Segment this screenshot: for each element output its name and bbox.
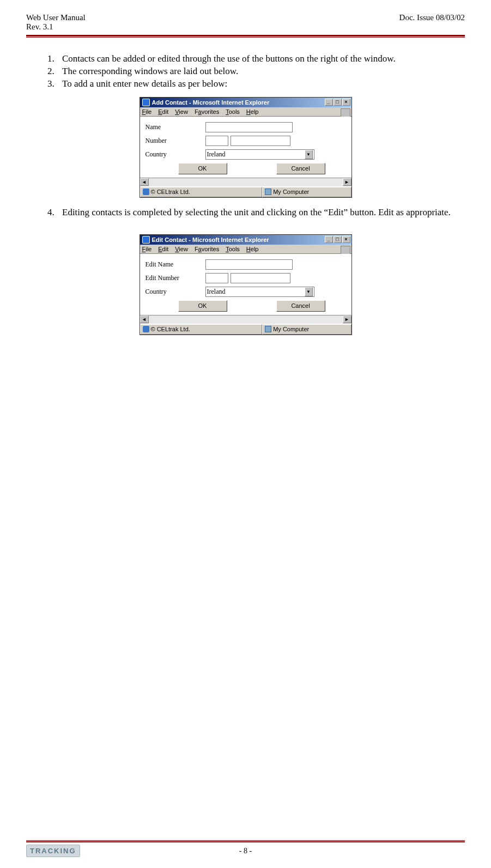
figure-add-contact: Add Contact - Microsoft Internet Explore… — [31, 97, 460, 198]
menubar: File Edit View Favorites Tools Help — [140, 245, 351, 254]
list-item: Contacts can be added or edited through … — [57, 53, 460, 65]
header-doc-issue: Doc. Issue 08/03/02 — [399, 13, 465, 22]
menu-favorites[interactable]: Favorites — [195, 108, 219, 115]
ie-icon — [142, 236, 150, 244]
scroll-track[interactable] — [149, 178, 343, 186]
edit-name-input[interactable] — [205, 259, 293, 270]
cancel-button[interactable]: Cancel — [276, 300, 325, 312]
menu-view[interactable]: View — [175, 108, 188, 115]
titlebar: Add Contact - Microsoft Internet Explore… — [140, 98, 351, 107]
label-edit-number: Edit Number — [146, 274, 205, 282]
figure-edit-contact: Edit Contact - Microsoft Internet Explor… — [31, 234, 460, 335]
status-icon — [143, 326, 149, 332]
number-input[interactable] — [231, 136, 290, 146]
status-icon — [143, 189, 149, 195]
statusbar: © CELtrak Ltd. My Computer — [140, 324, 351, 335]
ok-button[interactable]: OK — [178, 300, 227, 312]
list-item: Editing contacts is completed by selecti… — [57, 207, 460, 219]
toolbar-grip — [341, 108, 350, 117]
add-contact-window: Add Contact - Microsoft Internet Explore… — [140, 97, 352, 198]
minimize-button[interactable]: _ — [325, 236, 333, 243]
menu-help[interactable]: Help — [246, 108, 259, 115]
horizontal-scrollbar[interactable]: ◄ ► — [140, 178, 351, 186]
status-text-right: My Computer — [273, 189, 309, 195]
footer-rule — [26, 840, 465, 842]
edit-number-input[interactable] — [231, 273, 290, 283]
menu-edit[interactable]: Edit — [158, 108, 168, 115]
close-button[interactable]: × — [342, 236, 350, 243]
menu-tools[interactable]: Tools — [226, 246, 240, 252]
ok-button[interactable]: OK — [178, 163, 227, 174]
page-footer: TRACKING - 8 - — [26, 840, 465, 857]
statusbar: © CELtrak Ltd. My Computer — [140, 186, 351, 197]
instruction-list-continued: Editing contacts is completed by selecti… — [31, 207, 460, 219]
menu-tools[interactable]: Tools — [226, 108, 240, 115]
form-area: Name Number Country Ireland ▼ — [140, 117, 351, 178]
header-revision: Rev. 3.1 — [26, 22, 86, 32]
dropdown-arrow-icon: ▼ — [305, 150, 313, 159]
menu-edit[interactable]: Edit — [158, 246, 168, 252]
status-text-left: © CELtrak Ltd. — [151, 326, 190, 332]
window-title: Edit Contact - Microsoft Internet Explor… — [152, 236, 269, 243]
maximize-button[interactable]: □ — [334, 99, 342, 106]
horizontal-scrollbar[interactable]: ◄ ► — [140, 315, 351, 324]
form-area: Edit Name Edit Number Country Ireland ▼ — [140, 254, 351, 315]
list-item: To add a unit enter new details as per b… — [57, 78, 460, 90]
titlebar: Edit Contact - Microsoft Internet Explor… — [140, 235, 351, 245]
scroll-right-icon[interactable]: ► — [343, 315, 351, 323]
maximize-button[interactable]: □ — [334, 236, 342, 243]
ie-icon — [142, 99, 150, 106]
menu-favorites[interactable]: Favorites — [195, 246, 219, 252]
instruction-list: Contacts can be added or edited through … — [31, 53, 460, 90]
scroll-left-icon[interactable]: ◄ — [140, 315, 149, 323]
window-title: Add Contact - Microsoft Internet Explore… — [152, 99, 270, 106]
computer-icon — [265, 326, 271, 332]
header-rule — [26, 35, 465, 38]
menu-help[interactable]: Help — [246, 246, 259, 252]
edit-contact-window: Edit Contact - Microsoft Internet Explor… — [140, 234, 352, 335]
page-header: Web User Manual Rev. 3.1 Doc. Issue 08/0… — [26, 13, 465, 32]
list-item: The corresponding windows are laid out b… — [57, 65, 460, 78]
content-area: Contacts can be added or edited through … — [26, 53, 465, 335]
computer-icon — [265, 189, 271, 195]
label-name: Name — [146, 123, 205, 131]
page-number: - 8 - — [239, 847, 252, 855]
edit-number-prefix-input[interactable] — [205, 273, 228, 283]
country-select[interactable]: Ireland ▼ — [205, 287, 314, 297]
label-country: Country — [146, 288, 205, 296]
scroll-track[interactable] — [149, 315, 343, 324]
menubar: File Edit View Favorites Tools Help — [140, 107, 351, 117]
menu-file[interactable]: File — [142, 108, 152, 115]
cancel-button[interactable]: Cancel — [276, 163, 325, 174]
scroll-right-icon[interactable]: ► — [343, 178, 351, 186]
label-edit-name: Edit Name — [146, 260, 205, 269]
minimize-button[interactable]: _ — [325, 99, 333, 106]
country-select[interactable]: Ireland ▼ — [205, 149, 314, 160]
scroll-left-icon[interactable]: ◄ — [140, 178, 149, 186]
toolbar-grip — [341, 246, 350, 254]
number-prefix-input[interactable] — [205, 136, 228, 146]
menu-view[interactable]: View — [175, 246, 188, 252]
country-value: Ireland — [207, 150, 226, 159]
label-number: Number — [146, 137, 205, 145]
tracking-logo: TRACKING — [26, 845, 80, 857]
status-text-right: My Computer — [273, 326, 309, 332]
name-input[interactable] — [205, 122, 293, 132]
header-title: Web User Manual — [26, 13, 86, 22]
menu-file[interactable]: File — [142, 246, 152, 252]
country-value: Ireland — [207, 288, 226, 296]
label-country: Country — [146, 150, 205, 159]
status-text-left: © CELtrak Ltd. — [151, 189, 190, 195]
dropdown-arrow-icon: ▼ — [305, 287, 313, 296]
close-button[interactable]: × — [342, 99, 350, 106]
